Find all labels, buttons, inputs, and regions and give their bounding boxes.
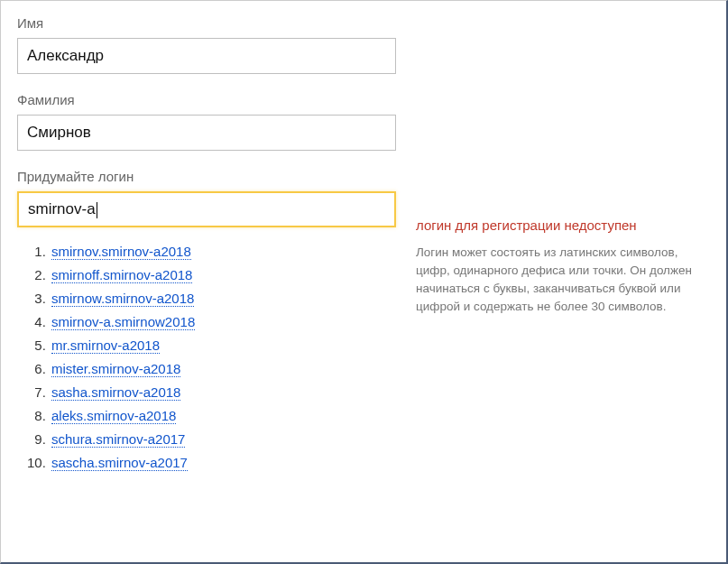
first-name-label: Имя bbox=[17, 15, 405, 31]
login-suggestions-list: smirnov.smirnov-a2018 smirnoff.smirnov-a… bbox=[24, 244, 405, 470]
login-suggestion-link[interactable]: smirnov.smirnov-a2018 bbox=[51, 244, 191, 260]
list-item: aleks.smirnov-a2018 bbox=[50, 408, 405, 423]
login-input-value: smirnov-a bbox=[28, 200, 96, 217]
login-suggestion-link[interactable]: sasha.smirnov-a2018 bbox=[51, 384, 180, 401]
list-item: sascha.smirnov-a2017 bbox=[50, 455, 405, 470]
text-caret-icon bbox=[97, 202, 97, 218]
login-suggestion-link[interactable]: smirnov-a.smirnow2018 bbox=[51, 314, 195, 330]
list-item: smirnov.smirnov-a2018 bbox=[50, 244, 405, 259]
registration-form-window: Имя Фамилия Придумайте логин smirnov-a s… bbox=[0, 0, 728, 564]
login-input[interactable]: smirnov-a bbox=[17, 191, 396, 227]
login-suggestion-link[interactable]: sascha.smirnov-a2017 bbox=[51, 455, 188, 471]
login-suggestion-link[interactable]: mr.smirnov-a2018 bbox=[51, 337, 160, 354]
last-name-field-block: Фамилия bbox=[17, 92, 405, 151]
form-column: Имя Фамилия Придумайте логин smirnov-a s… bbox=[17, 15, 405, 478]
login-suggestion-link[interactable]: smirnow.smirnov-a2018 bbox=[51, 291, 194, 307]
list-item: sasha.smirnov-a2018 bbox=[50, 384, 405, 400]
first-name-field-block: Имя bbox=[17, 15, 405, 74]
login-field-block: Придумайте логин smirnov-a bbox=[17, 169, 405, 227]
list-item: smirnov-a.smirnow2018 bbox=[50, 314, 405, 329]
login-hint-text: Логин может состоять из латинских символ… bbox=[416, 244, 705, 317]
login-suggestion-link[interactable]: mister.smirnov-a2018 bbox=[51, 361, 180, 377]
login-suggestion-link[interactable]: schura.smirnov-a2017 bbox=[51, 431, 185, 448]
last-name-input[interactable] bbox=[17, 115, 396, 151]
list-item: mr.smirnov-a2018 bbox=[50, 337, 405, 353]
last-name-label: Фамилия bbox=[17, 92, 405, 107]
list-item: mister.smirnov-a2018 bbox=[50, 361, 405, 376]
first-name-input[interactable] bbox=[17, 38, 396, 74]
login-label: Придумайте логин bbox=[17, 169, 405, 184]
list-item: schura.smirnov-a2017 bbox=[50, 431, 405, 447]
list-item: smirnoff.smirnov-a2018 bbox=[50, 267, 405, 282]
login-suggestion-link[interactable]: aleks.smirnov-a2018 bbox=[51, 408, 176, 424]
login-error-title: логин для регистрации недоступен bbox=[416, 216, 705, 236]
login-suggestion-link[interactable]: smirnoff.smirnov-a2018 bbox=[51, 267, 192, 283]
list-item: smirnow.smirnov-a2018 bbox=[50, 291, 405, 306]
login-error-panel: логин для регистрации недоступен Логин м… bbox=[416, 216, 705, 317]
